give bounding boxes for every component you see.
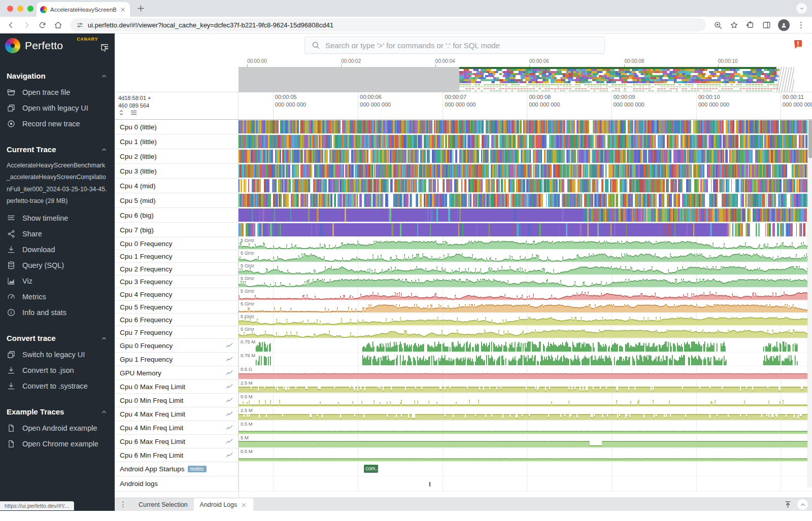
forward-button[interactable] xyxy=(22,20,31,30)
track-name-android-app-startups[interactable]: Android App Startupsmetric xyxy=(115,462,239,476)
track-timeline[interactable] xyxy=(239,208,812,223)
track-timeline[interactable]: 5 GHz xyxy=(239,275,812,288)
track-timeline[interactable]: 5 GHz xyxy=(239,263,812,275)
tab-close-icon[interactable] xyxy=(119,6,126,13)
back-button[interactable] xyxy=(6,20,16,30)
window-zoom-button[interactable] xyxy=(27,6,33,12)
track-name-cpu-5-frequency[interactable]: Cpu 5 Frequency xyxy=(115,301,239,314)
track-timeline[interactable] xyxy=(239,164,812,179)
track-name-cpu-0-little[interactable]: Cpu 0 (little) xyxy=(115,120,239,134)
home-button[interactable] xyxy=(53,20,63,30)
sidebar-item-record-new-trace[interactable]: Record new trace xyxy=(0,116,115,131)
track-timeline[interactable]: 5 GHz xyxy=(239,237,812,250)
track-canvas[interactable] xyxy=(239,353,812,366)
sidebar-item-open-android-example[interactable]: Open Android example xyxy=(0,420,115,436)
track-canvas[interactable] xyxy=(239,366,812,379)
track-timeline[interactable]: 5 GHz xyxy=(239,301,812,314)
close-icon[interactable] xyxy=(241,502,247,508)
track-name-cpu-1-little[interactable]: Cpu 1 (little) xyxy=(115,134,239,149)
tab-search-button[interactable] xyxy=(796,3,807,14)
track-timeline[interactable]: 5 GHz xyxy=(239,250,812,263)
track-name-cpu-6-frequency[interactable]: Cpu 6 Frequency xyxy=(115,314,239,326)
track-name-gpu-1-frequency[interactable]: Gpu 1 Frequency xyxy=(115,353,239,366)
track-timeline[interactable]: 5 GHz xyxy=(239,326,812,339)
track-name-cpu-4-min-freq-limit[interactable]: Cpu 4 Min Freq Limit xyxy=(115,421,239,435)
track-timeline[interactable]: 0.5 M xyxy=(239,394,812,407)
track-name-cpu-6-big[interactable]: Cpu 6 (big) xyxy=(115,208,239,223)
track-canvas[interactable] xyxy=(239,435,812,448)
track-name-cpu-1-frequency[interactable]: Cpu 1 Frequency xyxy=(115,250,239,263)
track-name-gpu-memory[interactable]: GPU Memory xyxy=(115,366,239,380)
reload-button[interactable] xyxy=(38,20,47,30)
track-menu-icon[interactable] xyxy=(130,109,138,117)
browser-tab[interactable]: AccelerateHeavyScreenBenc xyxy=(37,2,130,17)
drawer-menu-icon[interactable] xyxy=(119,500,127,509)
track-name-cpu-3-little[interactable]: Cpu 3 (little) xyxy=(115,164,239,179)
track-canvas[interactable] xyxy=(239,448,812,462)
collapse-panel-button[interactable] xyxy=(797,499,808,510)
track-canvas[interactable] xyxy=(239,476,812,491)
sidebar-item-convert-to-systrace[interactable]: Convert to .systrace xyxy=(0,378,115,394)
track-name-cpu-6-max-freq-limit[interactable]: Cpu 6 Max Freq Limit xyxy=(115,435,239,448)
track-canvas[interactable] xyxy=(239,339,812,352)
expand-panel-icon[interactable] xyxy=(784,500,792,509)
sidebar-section-header-convert-trace[interactable]: Convert trace xyxy=(0,334,115,342)
track-canvas[interactable] xyxy=(239,134,812,149)
track-name-cpu-0-max-freq-limit[interactable]: Cpu 0 Max Freq Limit xyxy=(115,380,239,394)
window-minimize-button[interactable] xyxy=(17,6,23,12)
sidebar-item-open-with-legacy-ui[interactable]: Open with legacy UI xyxy=(0,100,115,116)
sidebar-item-info-and-stats[interactable]: Info and stats xyxy=(0,304,115,320)
sidebar-item-share[interactable]: Share xyxy=(0,226,115,241)
track-name-cpu-7-frequency[interactable]: Cpu 7 Frequency xyxy=(115,326,239,339)
track-name-cpu-5-mid[interactable]: Cpu 5 (mid) xyxy=(115,193,239,208)
search-box[interactable] xyxy=(304,37,605,54)
track-timeline[interactable]: 2.5 M xyxy=(239,407,812,421)
track-timeline[interactable] xyxy=(239,134,812,149)
track-timeline[interactable]: 0.75 M xyxy=(239,353,812,366)
track-timeline[interactable]: 0.75 M xyxy=(239,339,812,353)
sidebar-section-header-current-trace[interactable]: Current Trace xyxy=(0,145,115,154)
track-canvas[interactable] xyxy=(239,223,812,237)
track-name-android-logs[interactable]: Android logs xyxy=(115,476,239,492)
extensions-icon[interactable] xyxy=(746,20,755,30)
search-input[interactable] xyxy=(325,41,598,50)
track-name-cpu-0-min-freq-limit[interactable]: Cpu 0 Min Freq Limit xyxy=(115,394,239,407)
vertical-scrollbar[interactable] xyxy=(807,120,812,488)
zoom-icon[interactable] xyxy=(713,20,723,30)
track-name-cpu-0-frequency[interactable]: Cpu 0 Frequency xyxy=(115,237,239,250)
track-timeline[interactable] xyxy=(239,149,812,164)
sidebar-item-download[interactable]: Download xyxy=(0,241,115,257)
window-close-button[interactable] xyxy=(7,6,13,12)
startup-slice[interactable]: com.... xyxy=(364,465,378,473)
track-canvas[interactable] xyxy=(239,179,812,193)
track-canvas[interactable] xyxy=(239,208,812,222)
track-canvas[interactable] xyxy=(239,326,812,338)
track-canvas[interactable] xyxy=(239,237,812,250)
track-canvas[interactable] xyxy=(239,380,812,393)
track-timeline[interactable]: 5 M xyxy=(239,435,812,448)
sidebar-item-metrics[interactable]: Metrics xyxy=(0,289,115,304)
track-timeline[interactable] xyxy=(239,193,812,208)
track-name-cpu-6-min-freq-limit[interactable]: Cpu 6 Min Freq Limit xyxy=(115,448,239,462)
track-timeline[interactable]: 0.5 G xyxy=(239,366,812,380)
track-canvas[interactable] xyxy=(239,164,812,178)
sidebar-item-open-chrome-example[interactable]: Open Chrome example xyxy=(0,436,115,451)
track-canvas[interactable] xyxy=(239,193,812,207)
track-name-gpu-0-frequency[interactable]: Gpu 0 Frequency xyxy=(115,339,239,353)
track-canvas[interactable] xyxy=(239,301,812,313)
track-timeline[interactable]: 2.5 M xyxy=(239,380,812,394)
sidebar-section-header-example-traces[interactable]: Example Traces xyxy=(0,407,115,416)
track-canvas[interactable] xyxy=(239,120,812,134)
sidebar-item-switch-to-legacy-ui[interactable]: Switch to legacy UI xyxy=(0,346,115,362)
site-settings-icon[interactable] xyxy=(76,21,84,29)
sidebar-item-convert-to-json[interactable]: Convert to .json xyxy=(0,362,115,378)
bookmark-star-icon[interactable] xyxy=(729,20,739,30)
track-name-cpu-2-frequency[interactable]: Cpu 2 Frequency xyxy=(115,263,239,275)
bottom-tab-current-selection[interactable]: Current Selection xyxy=(132,498,194,511)
trace-overview[interactable]: 00:00:0000:00:0200:00:0400:00:0600:00:08… xyxy=(115,57,812,92)
track-canvas[interactable] xyxy=(239,250,812,262)
track-canvas[interactable] xyxy=(239,314,812,326)
track-timeline[interactable] xyxy=(239,223,812,237)
scrollbar-thumb[interactable] xyxy=(808,120,812,158)
track-name-cpu-4-max-freq-limit[interactable]: Cpu 4 Max Freq Limit xyxy=(115,407,239,421)
